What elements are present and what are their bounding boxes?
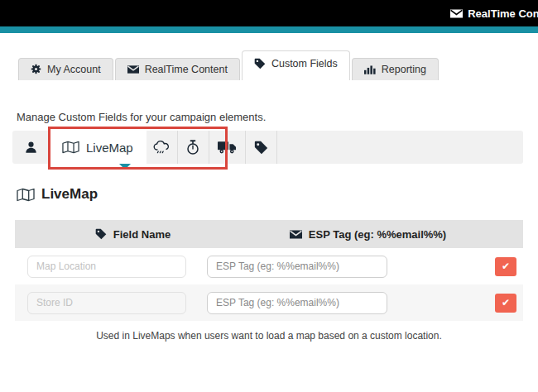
main-tabs: My Account RealTime Content Custom Field… — [0, 53, 538, 80]
subtab-delivery[interactable] — [209, 131, 246, 164]
topbar-account-menu[interactable]: RealTime Cont — [450, 7, 538, 20]
active-subtab-pointer — [119, 164, 131, 170]
field-name-header: Field Name — [15, 228, 251, 241]
envelope-icon — [290, 230, 302, 239]
person-icon — [25, 141, 37, 154]
top-bar: RealTime Cont — [0, 0, 538, 26]
header-label: Field Name — [113, 228, 171, 241]
enable-field-checkbox[interactable]: ✔ — [495, 257, 516, 276]
intro-text: Manage Custom Fields for your campaign e… — [17, 111, 538, 123]
bar-chart-icon — [364, 65, 376, 74]
field-name-input[interactable] — [27, 292, 186, 314]
subtab-livemap-label: LiveMap — [86, 141, 133, 155]
map-icon — [17, 188, 35, 202]
subtab-livemap[interactable]: LiveMap — [49, 131, 147, 164]
tab-my-account[interactable]: My Account — [18, 58, 113, 80]
map-icon — [62, 141, 79, 154]
table-row: ✔ — [15, 284, 523, 321]
subtab-weather[interactable] — [147, 131, 178, 164]
gear-icon — [31, 64, 41, 74]
esp-tag-input[interactable] — [207, 292, 387, 314]
field-name-input[interactable] — [27, 256, 186, 278]
esp-tag-header: ESP Tag (eg: %%email%%) — [251, 228, 485, 241]
tab-label: RealTime Content — [145, 64, 228, 75]
tag-icon — [95, 228, 107, 240]
accent-bar — [0, 26, 538, 33]
section-title: LiveMap — [41, 186, 98, 203]
tag-icon — [254, 141, 268, 155]
custom-fields-table: Field Name ESP Tag (eg: %%email%%) ✔ — [15, 220, 523, 321]
section-heading: LiveMap — [17, 186, 538, 203]
tab-label: Custom Fields — [271, 58, 338, 69]
custom-fields-page: RealTime Cont My Account — [0, 0, 538, 392]
envelope-icon — [450, 9, 463, 18]
tab-realtime-content[interactable]: RealTime Content — [115, 58, 240, 80]
table-row: ✔ — [15, 248, 523, 284]
element-subtabs: LiveMap — [12, 131, 523, 164]
subtab-profile[interactable] — [12, 131, 49, 164]
footnote-text: Used in LiveMaps when users want to load… — [0, 330, 538, 342]
header-label: ESP Tag (eg: %%email%%) — [309, 228, 446, 241]
table-header: Field Name ESP Tag (eg: %%email%%) — [15, 220, 523, 248]
tag-icon — [254, 58, 266, 69]
tab-label: Reporting — [382, 64, 426, 75]
subtab-timer[interactable] — [178, 131, 209, 164]
envelope-icon — [127, 65, 139, 74]
weather-icon — [153, 140, 171, 155]
stopwatch-icon — [186, 140, 199, 155]
tab-custom-fields[interactable]: Custom Fields — [242, 50, 350, 80]
enable-field-checkbox[interactable]: ✔ — [495, 294, 516, 313]
tab-label: My Account — [47, 64, 101, 75]
subtab-tags[interactable] — [246, 131, 277, 164]
topbar-account-label: RealTime Cont — [468, 7, 538, 20]
element-subtabs-wrap: LiveMap — [12, 131, 523, 164]
truck-icon — [218, 141, 237, 154]
esp-tag-input[interactable] — [207, 256, 387, 278]
tab-reporting[interactable]: Reporting — [352, 58, 439, 80]
